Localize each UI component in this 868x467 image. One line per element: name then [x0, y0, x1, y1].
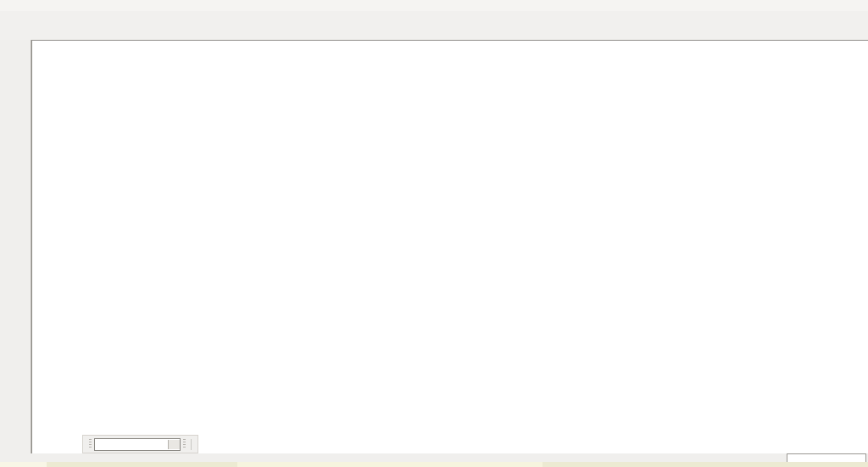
toolbar-row-1 — [0, 11, 868, 26]
drawing-viewport[interactable] — [31, 40, 868, 453]
taskbar-strip — [0, 462, 868, 467]
layer-select[interactable] — [94, 438, 181, 451]
chevron-down-icon[interactable] — [168, 440, 180, 449]
menu-bar — [0, 0, 868, 11]
taskbar-segment — [0, 462, 47, 467]
toolbar-grip[interactable] — [183, 439, 186, 449]
status-bar — [0, 453, 868, 462]
toolbar-row-2 — [0, 25, 868, 41]
taskbar-segment — [237, 462, 542, 467]
toolbar-separator — [191, 439, 192, 450]
measurements-input[interactable] — [787, 453, 866, 463]
layers-toolbar — [82, 435, 198, 453]
large-tool-set — [0, 40, 31, 453]
model-canvas[interactable] — [32, 41, 868, 454]
toolbar-grip[interactable] — [89, 439, 92, 449]
